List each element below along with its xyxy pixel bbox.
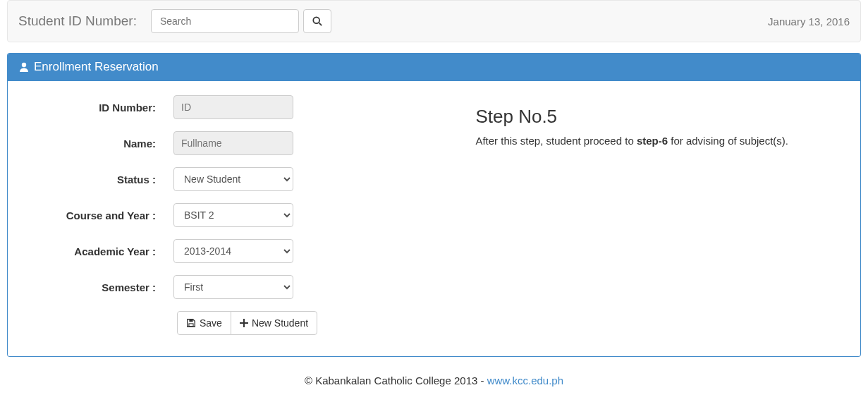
svg-rect-6	[240, 322, 248, 324]
course-select[interactable]: BSIT 2	[173, 203, 293, 227]
footer: © Kabankalan Catholic College 2013 - www…	[0, 357, 868, 392]
form-side: ID Number: Name: Status : New Student Co…	[18, 95, 475, 335]
search-icon	[312, 16, 322, 26]
new-student-button[interactable]: New Student	[231, 311, 317, 335]
sem-label: Semester :	[18, 281, 173, 293]
acad-label: Academic Year :	[18, 245, 173, 257]
svg-line-1	[319, 23, 322, 26]
save-icon	[186, 318, 196, 328]
search-group	[151, 9, 331, 33]
svg-rect-4	[189, 324, 193, 327]
search-input[interactable]	[151, 9, 299, 33]
enrollment-panel: Enrollment Reservation ID Number: Name: …	[7, 53, 861, 357]
search-label: Student ID Number:	[18, 13, 137, 29]
status-label: Status :	[18, 173, 173, 185]
status-select[interactable]: New Student	[173, 167, 293, 191]
step-text: After this step, student proceed to step…	[475, 135, 836, 147]
svg-rect-3	[189, 319, 192, 322]
panel-body: ID Number: Name: Status : New Student Co…	[8, 81, 860, 356]
topbar: Student ID Number: January 13, 2016	[7, 0, 861, 42]
step-title: Step No.5	[475, 106, 836, 128]
panel-header: Enrollment Reservation	[8, 53, 860, 81]
search-button[interactable]	[303, 9, 331, 33]
svg-point-2	[22, 63, 26, 67]
plus-icon	[240, 319, 248, 327]
name-field	[173, 131, 293, 155]
svg-point-0	[313, 17, 319, 23]
panel-title: Enrollment Reservation	[34, 60, 159, 74]
id-field	[173, 95, 293, 119]
acad-select[interactable]: 2013-2014	[173, 239, 293, 263]
footer-link[interactable]: www.kcc.edu.ph	[487, 375, 563, 386]
date-display: January 13, 2016	[768, 16, 850, 28]
user-icon	[18, 61, 30, 73]
name-label: Name:	[18, 138, 173, 150]
info-side: Step No.5 After this step, student proce…	[475, 95, 850, 335]
id-label: ID Number:	[18, 102, 173, 114]
course-label: Course and Year :	[18, 209, 173, 221]
save-button[interactable]: Save	[177, 311, 231, 335]
sem-select[interactable]: First	[173, 275, 293, 299]
